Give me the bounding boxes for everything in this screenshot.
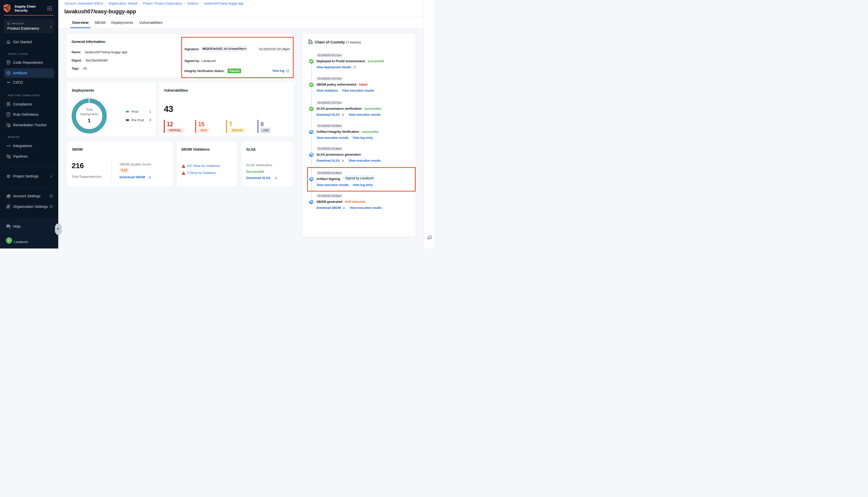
svg-text:?: ? [8,225,9,227]
